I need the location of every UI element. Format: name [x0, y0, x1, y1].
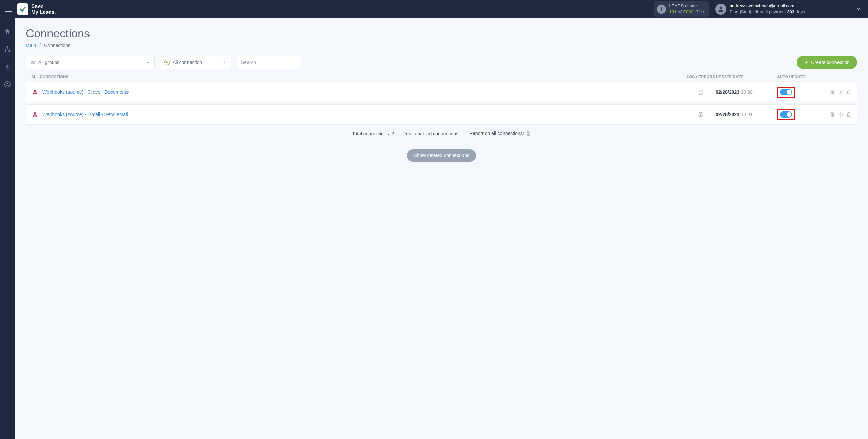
account-dropdown-toggle[interactable]	[856, 6, 861, 12]
breadcrumb-current: Connections	[44, 43, 71, 48]
groups-select-label: All groups	[38, 60, 59, 65]
log-button[interactable]	[685, 89, 716, 95]
connection-row: Webhooks (source) - Gmail - Send email 0…	[26, 104, 857, 125]
settings-button[interactable]	[838, 112, 843, 117]
svg-point-18	[840, 114, 841, 115]
app-name: Save My Leads.	[31, 3, 56, 15]
filters-row: All groups All connection Create connect…	[26, 56, 857, 69]
avatar	[715, 4, 726, 15]
sidebar-billing[interactable]: $	[3, 63, 12, 71]
summary-total: Total connections: 2	[352, 131, 394, 137]
sitemap-icon	[4, 46, 11, 53]
usage-used: 131	[669, 9, 677, 14]
user-icon	[717, 6, 724, 13]
report-download-button[interactable]	[526, 131, 531, 137]
auto-update-highlight	[777, 109, 795, 120]
th-all-connections: ALL CONNECTIONS	[31, 75, 686, 79]
svg-rect-1	[7, 46, 8, 48]
usage-indicator[interactable]: i LEADS usage: 131 of 2'000 (7%)	[654, 1, 709, 17]
sidebar-account[interactable]	[3, 80, 12, 88]
svg-rect-10	[831, 91, 834, 94]
connection-name-link[interactable]: Webhooks (source) - Crove - Documents	[42, 89, 685, 95]
groups-select[interactable]: All groups	[26, 56, 155, 69]
auto-update-highlight	[777, 87, 795, 98]
settings-button[interactable]	[838, 89, 843, 95]
usage-total: 2'000	[683, 9, 693, 14]
svg-point-12	[840, 91, 841, 93]
summary-enabled: Total enabled connections:	[403, 131, 460, 137]
th-log: LOG / ERRORS	[686, 75, 716, 79]
auto-update-toggle[interactable]	[780, 111, 792, 118]
auto-update-toggle[interactable]	[780, 89, 792, 95]
chevron-down-icon	[856, 6, 861, 12]
user-circle-icon	[4, 81, 11, 88]
th-update-date: UPDATE DATE	[716, 75, 777, 79]
breadcrumb-main[interactable]: Main	[26, 43, 36, 48]
account-menu[interactable]: andrewsavemyleads@gmail.com Plan |Start|…	[715, 3, 805, 15]
usage-label: LEADS usage:	[669, 3, 704, 9]
update-date: 02/28/202313:31	[716, 112, 777, 117]
svg-rect-3	[8, 50, 10, 52]
table-header: ALL CONNECTIONS LOG / ERRORS UPDATE DATE…	[26, 75, 857, 82]
page-title: Connections	[26, 27, 857, 40]
chevron-down-icon	[145, 60, 150, 65]
checkmark-icon	[19, 5, 26, 13]
svg-rect-16	[831, 113, 834, 117]
usage-pct: (7%)	[694, 9, 704, 14]
delete-button[interactable]	[846, 112, 851, 117]
delete-button[interactable]	[846, 89, 851, 95]
info-icon: i	[657, 5, 666, 14]
summary-row: Total connections: 2 Total enabled conne…	[26, 131, 857, 137]
connection-name-link[interactable]: Webhooks (source) - Gmail - Send email	[42, 112, 685, 117]
usage-of: of	[678, 9, 682, 14]
summary-report-label: Report on all connections:	[469, 131, 524, 136]
menu-toggle-button[interactable]	[5, 5, 12, 13]
create-connection-button[interactable]: Create connection	[797, 56, 857, 69]
copy-button[interactable]	[830, 112, 835, 117]
account-email: andrewsavemyleads@gmail.com	[730, 3, 805, 9]
log-button[interactable]	[685, 112, 716, 117]
th-auto-update: AUTO UPDATE	[777, 75, 821, 79]
breadcrumb: Main / Connections	[26, 43, 857, 48]
search-box[interactable]	[237, 56, 301, 69]
plus-icon	[804, 60, 808, 64]
webhook-icon	[32, 89, 38, 96]
connection-filter-label: All connection	[173, 60, 202, 65]
create-connection-label: Create connection	[811, 60, 850, 65]
sidebar: $	[0, 18, 15, 439]
topbar: Save My Leads. i LEADS usage: 131 of 2'0…	[0, 0, 868, 18]
home-icon	[4, 28, 11, 35]
copy-button[interactable]	[830, 89, 835, 95]
chevron-down-icon	[222, 60, 227, 65]
sidebar-home[interactable]	[3, 27, 12, 36]
dollar-icon: $	[5, 63, 10, 70]
app-logo[interactable]	[17, 3, 28, 15]
folder-icon	[30, 60, 36, 65]
search-input[interactable]	[241, 60, 297, 65]
play-circle-icon	[164, 60, 170, 65]
svg-rect-2	[5, 50, 6, 52]
webhook-icon	[32, 111, 38, 118]
connection-row: Webhooks (source) - Crove - Documents 02…	[26, 82, 857, 102]
svg-point-0	[720, 7, 722, 9]
account-plan: Plan |Start| left until payment 293 days	[730, 9, 805, 15]
connection-filter-select[interactable]: All connection	[160, 56, 231, 69]
sidebar-connections[interactable]	[3, 45, 12, 53]
show-deleted-button[interactable]: Show deleted connections	[407, 149, 476, 162]
svg-point-6	[7, 83, 8, 84]
main-content: Connections Main / Connections All group…	[15, 18, 868, 439]
svg-text:$: $	[6, 64, 8, 69]
update-date: 02/28/202313:28	[716, 89, 777, 95]
